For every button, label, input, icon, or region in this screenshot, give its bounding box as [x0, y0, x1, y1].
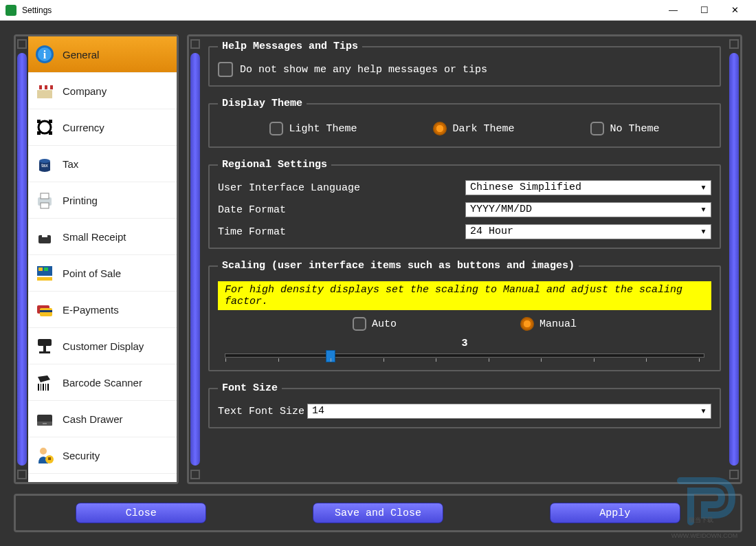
- date-format-label: Date Format: [218, 204, 465, 216]
- currency-icon: [34, 116, 56, 138]
- svg-rect-20: [38, 267, 43, 271]
- window-title: Settings: [22, 6, 52, 15]
- footer: Close Save and Close Apply: [14, 494, 742, 532]
- sidebar-item-label: Printing: [63, 195, 98, 206]
- svg-rect-16: [41, 203, 49, 208]
- apply-button[interactable]: Apply: [550, 503, 680, 523]
- theme-radio-dark[interactable]: Dark Theme: [433, 122, 514, 135]
- sidebar-item-label: Currency: [63, 122, 104, 133]
- radio-icon: [269, 122, 283, 135]
- close-button[interactable]: Close: [76, 503, 206, 523]
- svg-rect-4: [36, 85, 39, 89]
- radio-label: Auto: [372, 318, 397, 330]
- svg-rect-30: [41, 384, 41, 391]
- scroll-track[interactable]: [190, 53, 200, 466]
- scroll-down-icon[interactable]: [17, 470, 27, 479]
- svg-rect-26: [38, 339, 52, 346]
- select-value: 24 Hour: [470, 226, 513, 237]
- radio-icon: [590, 122, 604, 135]
- help-checkbox[interactable]: [218, 62, 233, 77]
- time-format-label: Time Format: [218, 226, 465, 238]
- scaling-radio-auto[interactable]: Auto: [353, 317, 397, 331]
- sidebar-item-label: E-Payments: [63, 304, 119, 316]
- theme-fieldset: Display Theme Light Theme Dark Theme: [208, 98, 721, 148]
- font-fieldset: Font Size Text Font Size 14: [208, 382, 721, 428]
- radio-label: Manual: [540, 318, 577, 330]
- sidebar-item-label: Small Receipt: [63, 231, 126, 243]
- svg-rect-11: [49, 131, 52, 135]
- date-format-select[interactable]: YYYY/MM/DD: [465, 202, 711, 217]
- svg-rect-8: [37, 120, 41, 123]
- sidebar-item-label: Security: [63, 450, 100, 461]
- language-label: User Interface Language: [218, 182, 465, 194]
- select-value: 14: [312, 405, 324, 417]
- info-icon: i: [34, 43, 56, 65]
- sidebar-item-barcode[interactable]: Barcode Scanner: [28, 364, 177, 401]
- scroll-up-icon[interactable]: [190, 39, 200, 49]
- content-scrollbar-right[interactable]: [728, 36, 740, 482]
- svg-rect-21: [44, 267, 48, 271]
- sidebar-item-tax[interactable]: tax Tax: [28, 146, 177, 182]
- scroll-track[interactable]: [729, 53, 739, 466]
- sidebar-item-pos[interactable]: Point of Sale: [28, 255, 177, 292]
- button-label: Apply: [599, 507, 630, 519]
- svg-rect-5: [42, 85, 45, 89]
- select-value: Chinese Simplified: [470, 182, 581, 193]
- sidebar-item-cash-drawer[interactable]: Cash Drawer: [28, 401, 177, 437]
- theme-radio-none[interactable]: No Theme: [590, 122, 659, 135]
- sidebar-item-general[interactable]: i General: [28, 36, 177, 73]
- svg-rect-3: [37, 90, 52, 98]
- close-window-button[interactable]: ✕: [720, 0, 751, 21]
- sidebar-item-label: Point of Sale: [63, 267, 121, 279]
- time-format-select[interactable]: 24 Hour: [465, 224, 711, 239]
- minimize-button[interactable]: ―: [658, 0, 689, 21]
- content-scrollbar-left[interactable]: [189, 36, 201, 482]
- svg-text:i: i: [43, 49, 47, 61]
- sidebar-item-small-receipt[interactable]: Small Receipt: [28, 219, 177, 255]
- maximize-button[interactable]: ☐: [689, 0, 720, 21]
- sidebar-item-label: Company: [63, 85, 107, 97]
- radio-label: No Theme: [610, 123, 659, 135]
- scroll-down-icon[interactable]: [729, 470, 739, 479]
- svg-rect-9: [49, 120, 52, 123]
- radio-icon: [433, 122, 447, 135]
- scroll-down-icon[interactable]: [190, 470, 200, 479]
- sidebar-item-epayments[interactable]: E-Payments: [28, 292, 177, 328]
- scaling-radio-manual[interactable]: Manual: [520, 317, 577, 331]
- radio-label: Dark Theme: [452, 123, 514, 135]
- sidebar-item-label: Barcode Scanner: [63, 377, 142, 389]
- svg-rect-15: [41, 193, 49, 199]
- svg-rect-22: [37, 277, 52, 281]
- sidebar-scrollbar[interactable]: [16, 36, 28, 482]
- theme-radio-light[interactable]: Light Theme: [269, 122, 357, 135]
- display-icon: [34, 335, 56, 357]
- scroll-up-icon[interactable]: [729, 39, 739, 49]
- scaling-slider[interactable]: [225, 353, 704, 358]
- save-and-close-button[interactable]: Save and Close: [313, 503, 443, 523]
- payments-icon: [34, 298, 56, 320]
- button-label: Close: [126, 507, 157, 519]
- sidebar-item-customer-display[interactable]: Customer Display: [28, 328, 177, 364]
- scroll-up-icon[interactable]: [17, 39, 27, 49]
- svg-rect-29: [38, 384, 39, 391]
- sidebar-item-security[interactable]: Security: [28, 437, 177, 474]
- content-panel: Help Messages and Tips Do not show me an…: [187, 34, 742, 484]
- help-checkbox-label: Do not show me any help messages or tips: [240, 64, 487, 76]
- font-size-select[interactable]: 14: [307, 404, 711, 419]
- svg-rect-39: [48, 457, 51, 460]
- sidebar-item-label: Cash Drawer: [63, 413, 123, 425]
- receipt-printer-icon: [34, 226, 56, 248]
- regional-legend: Regional Settings: [218, 159, 331, 171]
- theme-legend: Display Theme: [218, 98, 307, 109]
- svg-rect-33: [47, 384, 49, 391]
- language-select[interactable]: Chinese Simplified: [465, 180, 711, 195]
- sidebar-item-printing[interactable]: Printing: [28, 182, 177, 219]
- pos-icon: [34, 262, 56, 284]
- svg-text:tax: tax: [41, 163, 48, 168]
- sidebar-item-company[interactable]: Company: [28, 73, 177, 109]
- sidebar-item-label: Tax: [63, 158, 78, 170]
- button-label: Save and Close: [335, 507, 421, 519]
- scroll-track[interactable]: [17, 53, 27, 466]
- sidebar-item-currency[interactable]: Currency: [28, 109, 177, 146]
- sidebar-panel: i General Company Currency: [14, 34, 179, 484]
